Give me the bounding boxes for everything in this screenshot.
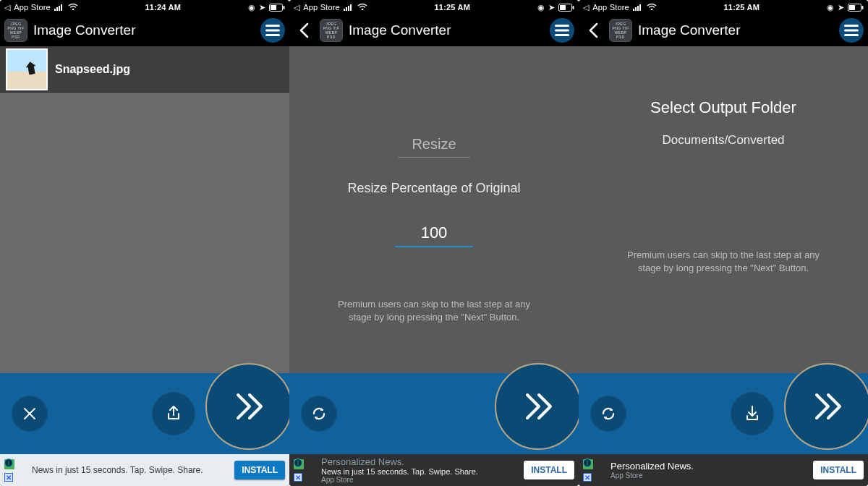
svg-rect-1: [56, 7, 58, 11]
app-navbar: JPEGPNG TIFWEBPPSD Image Converter: [579, 14, 868, 46]
status-bar: ◁ App Store 11:24 AM ◉ ➤: [0, 0, 289, 14]
signal-icon: [54, 4, 64, 11]
battery-icon: [558, 4, 574, 12]
output-folder-path[interactable]: Documents/Converted: [662, 133, 784, 148]
ad-text: Personalized News. News in just 15 secon…: [321, 456, 518, 484]
svg-rect-31: [844, 30, 859, 32]
battery-icon: [269, 4, 285, 12]
alarm-icon: ◉: [248, 3, 255, 12]
back-to-appstore[interactable]: ◁: [294, 3, 299, 12]
premium-hint: Premium users can skip to the last step …: [326, 298, 542, 324]
ad-close-icon[interactable]: ✕: [4, 473, 13, 482]
svg-rect-13: [348, 6, 349, 11]
ad-install-button[interactable]: INSTALL: [234, 461, 285, 479]
svg-rect-8: [265, 25, 280, 27]
svg-rect-29: [862, 6, 864, 9]
alarm-icon: ◉: [537, 3, 545, 12]
svg-rect-9: [265, 30, 280, 32]
file-name: Snapseed.jpg: [55, 63, 130, 76]
location-icon: ➤: [259, 3, 265, 12]
svg-rect-3: [61, 4, 62, 11]
screen-file-list: ◁ App Store 11:24 AM ◉ ➤ JPEGPNG TIF: [0, 0, 289, 486]
status-bar: ◁ App Store 11:25 AM ◉ ➤: [579, 0, 868, 14]
ad-close-icon[interactable]: ✕: [583, 473, 592, 482]
status-time: 11:25 AM: [724, 3, 760, 12]
svg-rect-32: [844, 34, 859, 36]
ad-close-icon[interactable]: ✕: [294, 473, 302, 482]
ad-info-icon[interactable]: i: [4, 459, 13, 467]
location-icon: ➤: [548, 3, 555, 12]
menu-button[interactable]: [839, 18, 864, 43]
app-title: Image Converter: [638, 22, 833, 38]
file-list-body: [0, 93, 289, 373]
next-button[interactable]: [495, 363, 579, 450]
action-bar: [289, 373, 579, 454]
app-icon: JPEGPNG TIFWEBPPSD: [4, 19, 27, 42]
app-title: Image Converter: [349, 22, 544, 38]
ad-text: Personalized News. App Store: [610, 461, 807, 479]
svg-point-26: [651, 9, 653, 11]
svg-rect-21: [555, 34, 569, 36]
next-button[interactable]: [784, 363, 868, 450]
refresh-button[interactable]: [590, 396, 626, 432]
ad-banner[interactable]: i ✕ Personalized News. News in just 15 s…: [289, 454, 579, 486]
screen-output-folder: ◁ App Store 11:25 AM ◉ ➤ JPEGPNG TIFWEBP…: [579, 0, 868, 486]
ad-icon: i ✕: [4, 459, 26, 481]
back-button[interactable]: [294, 20, 314, 40]
back-button[interactable]: [583, 20, 603, 40]
menu-button[interactable]: [550, 18, 574, 43]
svg-point-15: [362, 9, 364, 11]
status-bar: ◁ App Store 11:25 AM ◉ ➤: [289, 0, 579, 14]
svg-rect-18: [573, 6, 574, 9]
battery-icon: [848, 4, 864, 12]
back-to-appstore-label[interactable]: App Store: [303, 3, 340, 12]
location-icon: ➤: [838, 3, 844, 12]
file-row[interactable]: Snapseed.jpg: [0, 46, 289, 93]
svg-rect-19: [555, 25, 569, 27]
svg-rect-11: [344, 9, 345, 11]
resize-description: Resize Percentage of Original: [347, 181, 520, 196]
svg-rect-30: [844, 25, 859, 27]
svg-rect-20: [555, 30, 569, 32]
wifi-icon: [68, 4, 78, 11]
next-button[interactable]: [205, 363, 289, 450]
wifi-icon: [647, 4, 657, 11]
back-to-appstore[interactable]: ◁: [583, 3, 589, 12]
signal-icon: [344, 4, 354, 11]
screen-resize: ◁ App Store 11:25 AM ◉ ➤ JPEGPNG TIFWEBP…: [289, 0, 579, 486]
ad-install-button[interactable]: INSTALL: [813, 461, 864, 479]
svg-rect-6: [271, 5, 276, 10]
file-thumbnail: [6, 48, 48, 90]
wifi-icon: [357, 4, 367, 11]
svg-rect-14: [350, 4, 352, 11]
ad-info-icon[interactable]: i: [294, 459, 302, 467]
svg-point-4: [72, 9, 75, 11]
resize-dropdown[interactable]: Resize: [399, 133, 469, 158]
ad-banner[interactable]: i ✕ Personalized News. App Store INSTALL: [579, 454, 868, 486]
download-button[interactable]: [731, 392, 774, 435]
share-button[interactable]: [152, 392, 195, 435]
svg-rect-0: [54, 9, 56, 11]
alarm-icon: ◉: [827, 3, 834, 12]
action-bar: [579, 373, 868, 454]
svg-rect-28: [849, 5, 855, 10]
resize-value-input[interactable]: 100: [395, 221, 474, 247]
ad-install-button[interactable]: INSTALL: [524, 461, 574, 479]
svg-rect-24: [637, 6, 639, 11]
back-to-appstore[interactable]: ◁: [4, 3, 10, 12]
ad-info-icon[interactable]: i: [583, 459, 592, 467]
status-time: 11:24 AM: [145, 3, 182, 12]
app-icon: JPEGPNG TIFWEBPPSD: [320, 19, 343, 42]
close-button[interactable]: [12, 396, 48, 432]
svg-rect-22: [633, 9, 634, 11]
refresh-button[interactable]: [301, 396, 337, 432]
ad-icon: i ✕: [583, 459, 605, 481]
premium-hint: Premium users can skip to the last step …: [615, 249, 832, 275]
back-to-appstore-label[interactable]: App Store: [14, 3, 51, 12]
back-to-appstore-label[interactable]: App Store: [592, 3, 629, 12]
menu-button[interactable]: [260, 18, 285, 43]
ad-banner[interactable]: i ✕ News in just 15 seconds. Tap. Swipe.…: [0, 454, 289, 486]
ad-text: News in just 15 seconds. Tap. Swipe. Sha…: [32, 465, 229, 475]
status-time: 11:25 AM: [435, 3, 471, 12]
app-navbar: JPEGPNG TIFWEBPPSD Image Converter: [289, 14, 579, 46]
